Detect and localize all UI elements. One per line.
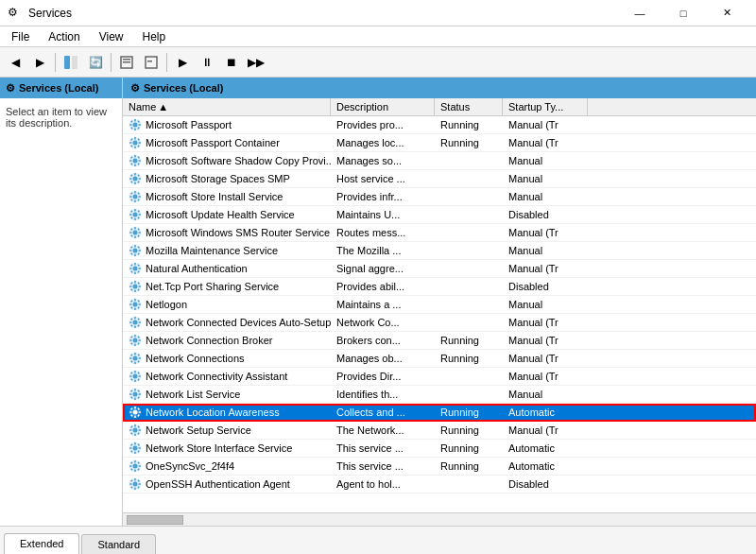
svg-rect-179 — [134, 424, 136, 427]
table-row[interactable]: Microsoft Storage Spaces SMP Host servic… — [123, 170, 756, 188]
table-row[interactable]: Natural Authentication Signal aggre... M… — [123, 260, 756, 278]
service-gear-icon — [129, 154, 142, 167]
left-panel-header: ⚙ Services (Local) — [0, 78, 122, 98]
svg-rect-172 — [139, 411, 142, 413]
service-gear-icon — [129, 208, 142, 221]
table-header: Name ▲ Description Status Startup Ty... — [123, 98, 756, 116]
svg-rect-92 — [139, 268, 142, 269]
table-row[interactable]: OneSyncSvc_2f4f4 This service ... Runnin… — [123, 458, 756, 476]
table-row[interactable]: Netlogon Maintains a ... Manual — [123, 296, 756, 314]
sort-icon: ▲ — [158, 101, 168, 113]
service-gear-icon — [129, 118, 142, 131]
cell-desc: This service ... — [331, 440, 435, 457]
svg-rect-132 — [139, 339, 142, 341]
cell-name: Microsoft Windows SMS Router Service. — [123, 224, 331, 241]
menu-file[interactable]: File — [4, 28, 37, 45]
cell-desc: Provides abil... — [331, 278, 435, 295]
close-button[interactable]: ✕ — [705, 0, 748, 26]
table-row[interactable]: Microsoft Passport Provides pro... Runni… — [123, 116, 756, 134]
cell-desc: The Mozilla ... — [331, 242, 435, 259]
h-scroll-thumb[interactable] — [127, 515, 183, 525]
tab-standard[interactable]: Standard — [81, 534, 156, 554]
cell-name: Network Connectivity Assistant — [123, 368, 331, 385]
table-body: Microsoft Passport Provides pro... Runni… — [123, 116, 756, 493]
table-row[interactable]: Network Setup Service The Network... Run… — [123, 422, 756, 440]
svg-rect-120 — [134, 326, 136, 329]
table-row[interactable]: Network List Service Identifies th... Ma… — [123, 386, 756, 404]
table-row[interactable]: Mozilla Maintenance Service The Mozilla … — [123, 242, 756, 260]
table-row[interactable]: Network Connections Manages ob... Runnin… — [123, 350, 756, 368]
services-table[interactable]: Name ▲ Description Status Startup Ty... — [123, 98, 756, 512]
cell-status — [435, 386, 503, 403]
restart-service-button[interactable]: ▶▶ — [245, 51, 267, 74]
svg-rect-49 — [134, 191, 136, 194]
show-hide-button[interactable] — [60, 51, 82, 74]
svg-rect-71 — [129, 232, 132, 234]
table-row[interactable]: Network Location Awareness Collects and … — [123, 404, 756, 422]
table-row[interactable]: Microsoft Store Install Service Provides… — [123, 188, 756, 206]
cell-name: Network Connection Broker — [123, 332, 331, 349]
svg-rect-0 — [64, 56, 70, 69]
menu-help[interactable]: Help — [135, 28, 174, 45]
cell-name: Network Location Awareness — [123, 404, 331, 421]
cell-status — [435, 296, 503, 313]
cell-startup: Automatic — [503, 404, 588, 421]
menu-action[interactable]: Action — [41, 28, 87, 45]
start-service-button[interactable]: ▶ — [171, 51, 194, 74]
svg-rect-161 — [129, 393, 132, 395]
svg-point-78 — [133, 249, 138, 253]
svg-rect-21 — [129, 142, 132, 144]
properties-button[interactable] — [140, 51, 163, 74]
table-row[interactable]: Network Store Interface Service This ser… — [123, 440, 756, 458]
cell-status: Running — [435, 422, 503, 439]
table-row[interactable]: Network Connectivity Assistant Provides … — [123, 368, 756, 386]
table-row[interactable]: Network Connected Devices Auto-Setup Net… — [123, 314, 756, 332]
minimize-button[interactable]: — — [618, 0, 662, 26]
horizontal-scrollbar[interactable] — [123, 512, 756, 526]
cell-status: Running — [435, 404, 503, 421]
svg-rect-181 — [129, 429, 132, 431]
svg-point-148 — [133, 374, 138, 379]
cell-status — [435, 152, 503, 169]
table-row[interactable]: Microsoft Passport Container Manages loc… — [123, 134, 756, 152]
cell-desc: Maintains U... — [331, 206, 435, 223]
cell-name: Microsoft Passport Container — [123, 134, 331, 151]
cell-status: Running — [435, 350, 503, 367]
col-header-name[interactable]: Name ▲ — [123, 98, 331, 115]
col-header-status[interactable]: Status — [435, 98, 503, 115]
svg-point-168 — [133, 410, 138, 415]
forward-button[interactable]: ▶ — [28, 51, 51, 74]
table-row[interactable]: Net.Tcp Port Sharing Service Provides ab… — [123, 278, 756, 296]
table-row[interactable]: Microsoft Update Health Service Maintain… — [123, 206, 756, 224]
maximize-button[interactable]: □ — [662, 0, 705, 26]
tab-extended[interactable]: Extended — [4, 533, 79, 554]
bottom-tabs: Extended Standard — [0, 526, 756, 554]
svg-point-38 — [133, 177, 138, 182]
pause-service-button[interactable]: ⏸ — [196, 51, 218, 74]
refresh-button[interactable]: 🔄 — [84, 51, 107, 74]
cell-status: Running — [435, 116, 503, 133]
svg-rect-5 — [146, 57, 157, 68]
table-row[interactable]: OpenSSH Authentication Agent Agent to ho… — [123, 476, 756, 493]
svg-rect-69 — [134, 227, 136, 230]
svg-rect-4 — [123, 61, 130, 63]
export-button[interactable] — [115, 51, 138, 74]
cell-startup: Manual (Tr — [503, 368, 588, 385]
svg-rect-79 — [134, 245, 136, 248]
svg-rect-192 — [139, 447, 142, 449]
table-row[interactable]: Network Connection Broker Brokers con...… — [123, 332, 756, 350]
col-header-desc[interactable]: Description — [331, 98, 435, 115]
svg-rect-111 — [129, 303, 132, 305]
col-header-startup[interactable]: Startup Ty... — [503, 98, 588, 115]
table-row[interactable]: Microsoft Windows SMS Router Service. Ro… — [123, 224, 756, 242]
stop-service-button[interactable]: ⏹ — [220, 51, 243, 74]
cell-name: Network Connections — [123, 350, 331, 367]
svg-rect-50 — [134, 200, 136, 203]
svg-rect-182 — [139, 429, 142, 431]
app-icon: ⚙ — [8, 6, 23, 21]
svg-point-158 — [133, 392, 138, 397]
menu-view[interactable]: View — [92, 28, 131, 45]
table-row[interactable]: Microsoft Software Shadow Copy Provi... … — [123, 152, 756, 170]
cell-name: Microsoft Update Health Service — [123, 206, 331, 223]
back-button[interactable]: ◀ — [4, 51, 26, 74]
